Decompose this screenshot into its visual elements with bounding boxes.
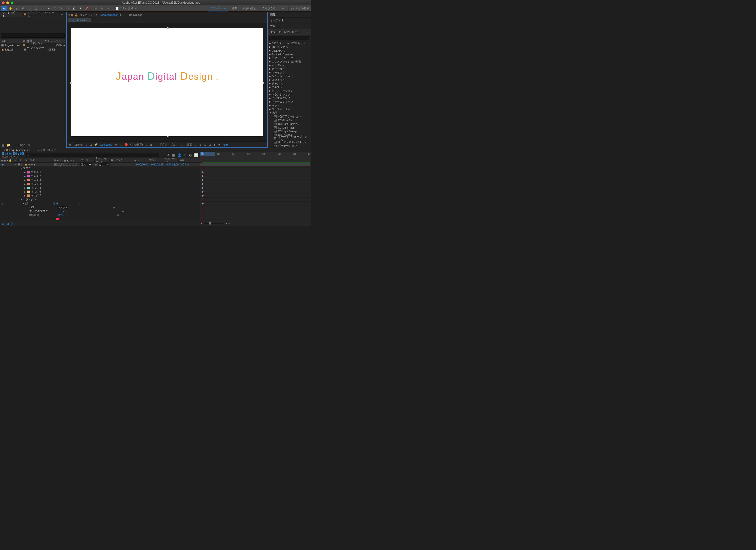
- timeline-icon[interactable]: ⊞: [209, 143, 211, 146]
- effect-category[interactable]: ▶イマーシブビデオ: [268, 56, 311, 60]
- timeline-search[interactable]: [26, 153, 165, 157]
- effects-presets-header[interactable]: エフェクト＆プリセット≡: [268, 29, 311, 35]
- flowchart-icon[interactable]: ⋔: [213, 143, 216, 146]
- eraser-tool[interactable]: ◧: [71, 6, 77, 11]
- timeline-track[interactable]: [200, 182, 311, 186]
- hand-tool[interactable]: ✋: [8, 6, 13, 11]
- timeline-row[interactable]: ▼エフェクト: [0, 198, 200, 201]
- comp-mini-tab[interactable]: Logo Animation: [68, 18, 91, 22]
- effect-category[interactable]: ▶テキスト: [268, 85, 311, 89]
- clone-tool[interactable]: ⧉: [65, 6, 70, 11]
- effect-item[interactable]: fx4色グラデーション: [268, 115, 311, 118]
- timeline-track[interactable]: [200, 170, 311, 174]
- puppet-tool[interactable]: 📌: [84, 6, 89, 11]
- pan-behind-tool[interactable]: ◫: [33, 6, 39, 11]
- timeline-row[interactable]: ...: [0, 217, 200, 221]
- effect-category[interactable]: ▶ユーティリティ: [268, 107, 311, 111]
- effect-category[interactable]: ▶スタイライズ: [268, 78, 311, 82]
- axis-world-icon[interactable]: ⊟: [99, 6, 105, 11]
- zoom-tool[interactable]: ⌕: [14, 6, 20, 11]
- quality-dropdown[interactable]: (フル画質): [130, 143, 143, 146]
- effect-controls-tab[interactable]: エフェクトコントロール l: [22, 12, 58, 17]
- views-dropdown[interactable]: 1画面: [185, 143, 192, 146]
- toggle-in-out-icon[interactable]: {}: [11, 222, 13, 225]
- effect-category[interactable]: ▶マット: [268, 104, 311, 107]
- effect-category[interactable]: ▶ディストーション: [268, 89, 311, 93]
- bodymovin-tab[interactable]: Bodymovin: [129, 13, 142, 16]
- mask-icon[interactable]: ◫: [155, 143, 157, 146]
- effects-search[interactable]: [268, 35, 311, 41]
- pen-tool[interactable]: ✒: [46, 6, 51, 11]
- effect-category[interactable]: ▶カラー補正: [268, 67, 311, 71]
- timeline-row[interactable]: 線(連続)オン⊚: [0, 213, 200, 217]
- panel-overflow-icon[interactable]: ≫: [58, 12, 66, 17]
- snap-toggle[interactable]: スナップ ⚙ ⤢: [115, 7, 138, 10]
- camera-tool[interactable]: 🎥: [27, 6, 32, 11]
- motion-blur-icon[interactable]: ◐: [189, 153, 192, 157]
- snap-expand-icon[interactable]: ⤢: [135, 7, 137, 10]
- brush-tool[interactable]: ✎: [59, 6, 64, 11]
- effect-category[interactable]: ▶Synthetic Aperture: [268, 52, 311, 56]
- workspace-library[interactable]: ライブラリ: [260, 5, 278, 11]
- timeline-row[interactable]: ▶マスク 7: [0, 194, 200, 198]
- new-comp-icon[interactable]: ▭: [13, 143, 15, 147]
- timeline-row[interactable]: パスマスク 1⊚: [0, 205, 200, 209]
- project-tab[interactable]: プロジェクト ≡: [0, 12, 22, 17]
- graph-editor-icon[interactable]: 📊: [194, 153, 198, 157]
- effect-category[interactable]: ▶CINEMA 4D: [268, 49, 311, 52]
- comp-breadcrumb[interactable]: Logo Animation: [100, 13, 118, 16]
- bpc-toggle[interactable]: 8 bpc: [18, 143, 25, 147]
- pixel-aspect-icon[interactable]: ▤: [204, 143, 206, 146]
- draft-3d-icon[interactable]: ▦: [172, 153, 175, 157]
- workspace-default[interactable]: デフォルト ≡: [208, 5, 228, 11]
- help-search[interactable]: ⌕ ヘルプを検索: [290, 7, 309, 10]
- effect-category[interactable]: ▶シミュレーション: [268, 74, 311, 78]
- timeline-track[interactable]: [200, 194, 311, 198]
- effect-category[interactable]: ▶ブラー＆シャープ: [268, 100, 311, 104]
- effect-category[interactable]: ▶3Dチャンネル: [268, 45, 311, 49]
- toggle-modes-icon[interactable]: ⊡: [6, 222, 9, 225]
- magnification-dropdown[interactable]: (150 %): [74, 143, 83, 146]
- frame-blend-icon[interactable]: ⊞: [184, 153, 187, 157]
- audio-panel-header[interactable]: オーディオ: [268, 18, 311, 23]
- effect-item[interactable]: fxグラデーション: [268, 144, 311, 148]
- composition-canvas-area[interactable]: Japan Digital Design .: [67, 23, 267, 141]
- axis-local-icon[interactable]: ⊞: [93, 6, 98, 11]
- timeline-row[interactable]: ▶マスク 3: [0, 178, 200, 182]
- timeline-track[interactable]: [200, 213, 311, 217]
- timeline-row[interactable]: ◉▼ 1▣logo.ai╱fx通常⊚ なし0;00;00;000;00;02;2…: [0, 162, 200, 166]
- rotate-tool[interactable]: ⟳: [20, 6, 26, 11]
- timeline-track[interactable]: [200, 174, 311, 178]
- timeline-zoom[interactable]: ▲▲▲: [200, 221, 311, 225]
- preview-panel-header[interactable]: プレビュー: [268, 23, 311, 29]
- timeline-track[interactable]: [200, 205, 311, 209]
- timeline-track[interactable]: [200, 178, 311, 182]
- timeline-tracks[interactable]: 0f02f04f06f08f10f12f14 ▲▲▲: [200, 152, 311, 226]
- exposure-value[interactable]: +0.0: [223, 143, 228, 146]
- timeline-row[interactable]: fx▼線ﾘｾｯﾄ...: [0, 201, 200, 205]
- effect-category-open[interactable]: ▼描画: [268, 111, 311, 115]
- timeline-ruler[interactable]: 0f02f04f06f08f10f12f14: [200, 152, 311, 162]
- fast-preview-icon[interactable]: ⚡: [94, 143, 98, 146]
- magnification-icon[interactable]: ▭: [69, 143, 71, 146]
- reset-exposure-icon[interactable]: ⟳: [218, 143, 220, 146]
- trash-icon[interactable]: 🗑: [27, 143, 30, 147]
- effect-item[interactable]: fxCC Light Sweep: [268, 129, 311, 133]
- resolution-icon[interactable]: ⊞: [90, 143, 92, 146]
- project-item-ai[interactable]: ▣ logo.ai ベクトルアート 305 KB: [0, 47, 66, 52]
- new-folder-icon[interactable]: 📁: [7, 143, 10, 147]
- timeline-track[interactable]: [200, 190, 311, 194]
- snap-options-icon[interactable]: ⚙: [131, 7, 134, 10]
- timeline-track[interactable]: [200, 209, 311, 213]
- camera-dropdown[interactable]: アクティブカ…: [159, 143, 178, 146]
- timeline-track[interactable]: [200, 217, 311, 221]
- snapshot-icon[interactable]: 📷: [114, 143, 118, 146]
- render-queue-tab[interactable]: レンダーキュー: [34, 148, 60, 152]
- flowchart-icon[interactable]: ⋔: [63, 44, 65, 46]
- minimize-window-icon[interactable]: [6, 1, 9, 4]
- timeline-comp-tab[interactable]: × Logo Animation ≡: [1, 148, 33, 152]
- effect-item[interactable]: fxCC Light Burst 2.5: [268, 122, 311, 126]
- axis-view-icon[interactable]: ⊡: [106, 6, 111, 11]
- timeline-row[interactable]: ▶マスク 1: [0, 170, 200, 174]
- timeline-track[interactable]: [200, 162, 311, 166]
